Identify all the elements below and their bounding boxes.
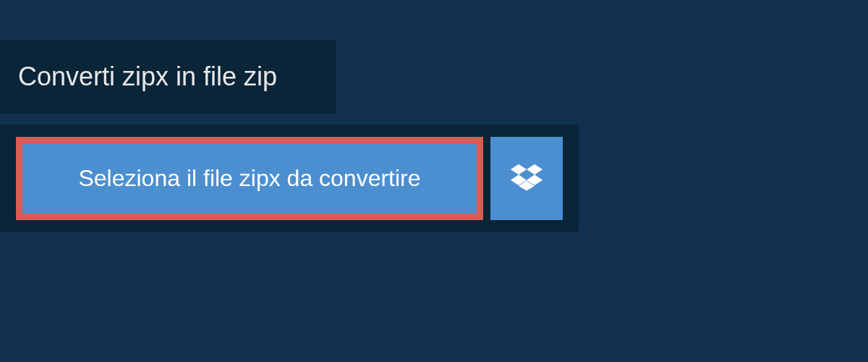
select-file-button[interactable]: Seleziona il file zipx da convertire [16,137,483,220]
action-container: Seleziona il file zipx da convertire [0,125,579,232]
select-file-label: Seleziona il file zipx da convertire [78,165,420,192]
header-panel: Converti zipx in file zip [0,40,336,114]
dropbox-icon [511,161,542,196]
dropbox-button[interactable] [490,137,563,220]
page-title: Converti zipx in file zip [18,62,318,92]
